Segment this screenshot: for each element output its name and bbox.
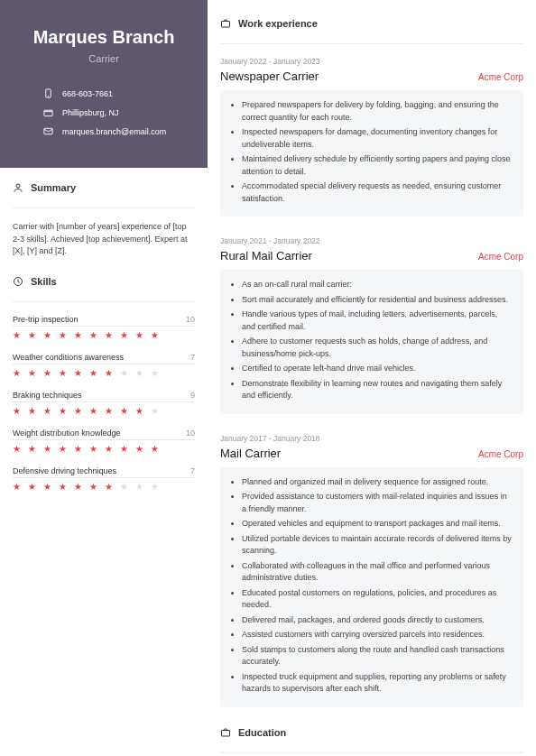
star-icon: ★ — [89, 406, 97, 416]
star-icon: ★ — [28, 482, 36, 492]
skill-value: 7 — [190, 466, 195, 475]
svg-rect-6 — [222, 22, 230, 28]
bullet-item: Utilized portable devices to maintain ac… — [242, 533, 513, 558]
star-icon: ★ — [74, 330, 82, 340]
skill-name: Defensive driving techniques — [13, 466, 116, 475]
svg-point-4 — [16, 184, 20, 188]
job-item: January 2017 - January 2018Mail CarrierA… — [220, 434, 523, 707]
job-bullets: Planned and organized mail in delivery s… — [220, 467, 523, 707]
email-icon — [43, 126, 53, 136]
star-icon: ★ — [89, 368, 97, 378]
bullet-item: Inspected truck equipment and supplies, … — [242, 671, 513, 696]
header-block: Marques Branch Carrier 668-603-7661 Phil… — [0, 0, 208, 168]
job-item: January 2022 - January 2023Newspaper Car… — [220, 57, 523, 217]
bullet-item: Maintained delivery schedule by efficien… — [242, 153, 513, 178]
education-icon — [220, 727, 231, 738]
skill-stars: ★★★★★★★★★★ — [13, 330, 195, 340]
location-icon — [43, 107, 53, 117]
work-heading: Work experience — [220, 18, 523, 34]
job-dates: January 2022 - January 2023 — [220, 57, 523, 66]
skill-item: Defensive driving techniques7★★★★★★★★★★ — [13, 466, 195, 492]
summary-label: Summary — [31, 182, 76, 193]
skill-name: Weather conditions awareness — [13, 353, 124, 362]
star-icon: ★ — [105, 482, 113, 492]
skill-value: 7 — [190, 353, 195, 362]
star-icon: ★ — [105, 406, 113, 416]
job-company: Acme Corp — [478, 252, 523, 262]
svg-rect-0 — [46, 89, 51, 97]
star-icon: ★ — [135, 330, 143, 340]
skills-label: Skills — [31, 276, 57, 287]
star-icon: ★ — [89, 330, 97, 340]
star-icon: ★ — [151, 406, 159, 416]
bullet-item: Assisted customers with carrying oversiz… — [242, 629, 513, 641]
star-icon: ★ — [13, 482, 21, 492]
star-icon: ★ — [120, 482, 128, 492]
star-icon: ★ — [43, 444, 51, 454]
bullet-item: Adhere to customer requests such as hold… — [242, 336, 513, 360]
bullet-item: Sort mail accurately and efficiently for… — [242, 294, 513, 307]
star-icon: ★ — [151, 368, 159, 378]
star-icon: ★ — [13, 368, 21, 378]
person-title: Carrier — [18, 53, 189, 64]
sidebar: Marques Branch Carrier 668-603-7661 Phil… — [0, 0, 208, 756]
skill-value: 9 — [190, 391, 195, 400]
job-dates: January 2021 - January 2022 — [220, 236, 523, 245]
star-icon: ★ — [151, 444, 159, 454]
bullet-item: Collaborated with colleagues in the mail… — [242, 560, 513, 585]
skill-name: Braking techniques — [13, 391, 82, 400]
star-icon: ★ — [28, 368, 36, 378]
star-icon: ★ — [13, 444, 21, 454]
skill-item: Weight distribution knowledge10★★★★★★★★★… — [13, 429, 195, 454]
job-title: Mail Carrier — [220, 447, 281, 460]
phone-text: 668-603-7661 — [62, 89, 113, 98]
star-icon: ★ — [28, 444, 36, 454]
bullet-item: Inspected newspapers for damage, documen… — [242, 126, 513, 151]
summary-text: Carrier with [number of years] experienc… — [13, 221, 195, 258]
divider — [220, 752, 523, 753]
star-icon: ★ — [59, 330, 67, 340]
star-icon: ★ — [28, 330, 36, 340]
skill-value: 10 — [186, 315, 195, 324]
contact-email: marques.branch@email.com — [18, 122, 189, 141]
person-name: Marques Branch — [18, 27, 189, 48]
star-icon: ★ — [59, 368, 67, 378]
star-icon: ★ — [59, 406, 67, 416]
bullet-item: Prepared newspapers for delivery by fold… — [242, 99, 513, 124]
bullet-item: Provided assistance to customers with ma… — [242, 491, 513, 515]
star-icon: ★ — [43, 368, 51, 378]
skill-stars: ★★★★★★★★★★ — [13, 482, 195, 492]
star-icon: ★ — [89, 482, 97, 492]
star-icon: ★ — [135, 444, 143, 454]
star-icon: ★ — [105, 368, 113, 378]
email-text: marques.branch@email.com — [62, 127, 166, 136]
star-icon: ★ — [120, 330, 128, 340]
star-icon: ★ — [59, 482, 67, 492]
svg-rect-7 — [222, 730, 230, 736]
star-icon: ★ — [135, 406, 143, 416]
skill-stars: ★★★★★★★★★★ — [13, 444, 195, 454]
bullet-item: Demonstrate flexibility in learning new … — [242, 378, 513, 402]
job-title: Newspaper Carrier — [220, 69, 319, 83]
work-label: Work experience — [238, 18, 318, 29]
skills-icon — [13, 276, 23, 287]
bullet-item: Certified to operate left-hand drive mai… — [242, 363, 513, 375]
bullet-item: As an on-call rural mail carrier: — [242, 279, 513, 291]
star-icon: ★ — [120, 406, 128, 416]
skill-stars: ★★★★★★★★★★ — [13, 406, 195, 416]
skill-stars: ★★★★★★★★★★ — [13, 368, 195, 378]
bullet-item: Delivered mail, packages, and ordered go… — [242, 614, 513, 627]
location-text: Phillipsburg, NJ — [62, 108, 119, 117]
star-icon: ★ — [13, 406, 21, 416]
star-icon: ★ — [105, 330, 113, 340]
contacts: 668-603-7661 Phillipsburg, NJ marques.br… — [18, 84, 189, 141]
job-bullets: As an on-call rural mail carrier:Sort ma… — [220, 270, 523, 414]
briefcase-icon — [220, 18, 231, 29]
star-icon: ★ — [89, 444, 97, 454]
job-company: Acme Corp — [478, 72, 523, 82]
star-icon: ★ — [43, 482, 51, 492]
education-label: Education — [238, 727, 286, 738]
bullet-item: Educated postal customers on regulations… — [242, 587, 513, 612]
skill-item: Weather conditions awareness7★★★★★★★★★★ — [13, 353, 195, 378]
star-icon: ★ — [105, 444, 113, 454]
